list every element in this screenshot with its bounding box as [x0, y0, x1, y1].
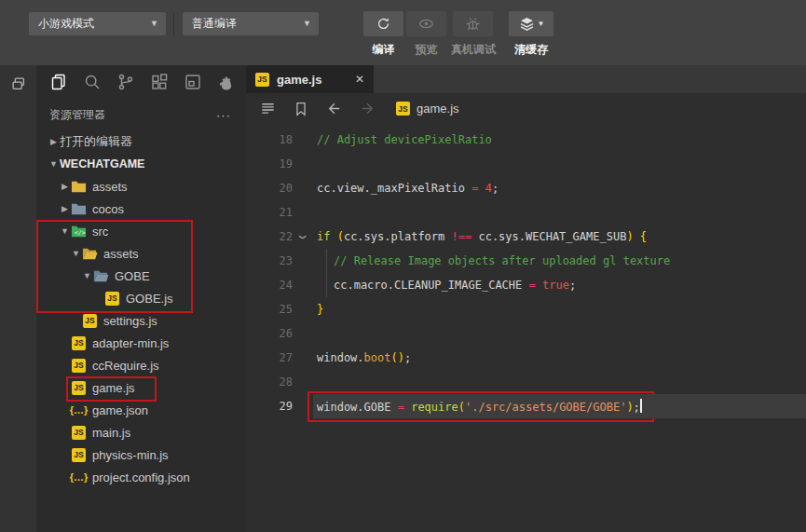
token-n: true [542, 279, 569, 292]
tree-item-assets[interactable]: ▼assets [36, 242, 246, 265]
compile-button[interactable] [363, 11, 403, 36]
eye-icon [417, 15, 435, 33]
tab-label: game.js [277, 73, 321, 87]
file-tree: ▶打开的编辑器▼WECHATGAME▶assets▶cocos▼</>src▼a… [36, 130, 246, 532]
tree-item-game.js[interactable]: JSgame.js [36, 376, 246, 399]
chevron-down-icon: ▼ [48, 159, 60, 169]
tree-item-src[interactable]: ▼</>src [36, 220, 246, 242]
code-area[interactable]: 18// Adjust devicePixelRatio1920cc.view.… [246, 124, 806, 532]
folder-blue-open-icon [93, 268, 109, 283]
teapot-icon[interactable] [216, 73, 236, 92]
tree-item-GOBE.js[interactable]: JSGOBE.js [36, 287, 246, 309]
tree-item-label: assets [103, 247, 139, 261]
extensions-icon[interactable] [149, 73, 169, 92]
tree-item-label: game.js [92, 381, 135, 395]
token-p: cc.sys.WECHAT_GAME_SUB [471, 230, 626, 243]
preview-button[interactable] [406, 11, 446, 36]
line-number: 18 [246, 133, 293, 146]
text-cursor [640, 399, 642, 413]
tree-item-game.json[interactable]: {…}game.json [36, 399, 246, 421]
js-icon: JS [71, 335, 87, 350]
tree-item-label: project.config.json [92, 471, 190, 484]
line-number: 27 [246, 351, 293, 364]
main-area: 资源管理器 ··· ▶打开的编辑器▼WECHATGAME▶assets▶coco… [0, 65, 806, 532]
token-p: ; [634, 401, 640, 414]
compile-mode-dropdown[interactable]: 普通编译 ▼ [183, 12, 319, 35]
tree-item-project.config.json[interactable]: {…}project.config.json [36, 466, 246, 488]
tree-item-settings.js[interactable]: JSsettings.js [36, 309, 246, 332]
search-icon[interactable] [82, 73, 102, 92]
token-b: ( [337, 230, 344, 243]
fold-chevron-icon[interactable]: ❯ [298, 226, 308, 247]
chevron-right-icon: ▶ [59, 204, 71, 213]
bookmark-icon[interactable] [293, 101, 309, 117]
git-branch-icon[interactable] [116, 73, 135, 92]
line-number: 28 [246, 375, 293, 389]
token-p: ; [404, 351, 411, 364]
folder-yellow-open-icon [82, 246, 98, 261]
tree-item-assets[interactable]: ▶assets [36, 175, 246, 198]
square-s-icon[interactable] [183, 73, 202, 92]
token-k: if [317, 230, 330, 243]
token-o: = [398, 401, 404, 414]
tree-item-label: settings.js [103, 314, 157, 328]
line-number: 21 [246, 206, 293, 219]
mode-dropdown-value: 小游戏模式 [38, 17, 94, 30]
tree-item-ccRequire.js[interactable]: JSccRequire.js [36, 354, 246, 376]
code-line-22: 22❯if (cc.sys.platform !== cc.sys.WECHAT… [246, 225, 806, 249]
js-file-icon: JS [255, 73, 269, 87]
token-o: = [529, 279, 536, 292]
token-c: // Adjust devicePixelRatio [317, 133, 492, 146]
js-icon: JS [71, 425, 87, 440]
tree-item-physics-min.js[interactable]: JSphysics-min.js [36, 443, 246, 466]
token-p: ; [569, 279, 576, 292]
code-line-28: 28 [246, 370, 806, 394]
tab-gamejs[interactable]: JS game.js ✕ [246, 65, 374, 93]
tree-item--[interactable]: ▶打开的编辑器 [36, 130, 246, 153]
js-icon: JS [104, 291, 120, 306]
forward-arrow-icon[interactable] [359, 100, 376, 117]
back-arrow-icon[interactable] [325, 100, 343, 117]
explorer-header: 资源管理器 ··· [36, 99, 246, 130]
token-r: require [411, 401, 458, 414]
explorer-sidebar: 资源管理器 ··· ▶打开的编辑器▼WECHATGAME▶assets▶coco… [36, 65, 246, 532]
close-icon[interactable]: ✕ [355, 73, 364, 86]
code-text: } [313, 303, 323, 316]
tree-item-cocos[interactable]: ▶cocos [36, 198, 246, 220]
js-file-icon: JS [396, 102, 410, 116]
chevron-down-icon: ▼ [70, 249, 82, 258]
token-p [634, 230, 640, 243]
folder-green-code-icon: </> [71, 224, 87, 239]
token-p [536, 279, 542, 292]
clear-cache-button[interactable]: ▼ [509, 11, 553, 36]
files-icon[interactable] [48, 73, 68, 92]
js-icon: JS [71, 447, 87, 462]
tree-item-adapter-min.js[interactable]: JSadapter-min.js [36, 332, 246, 354]
line-number: 29 [246, 400, 293, 413]
chevron-down-icon: ▼ [303, 12, 311, 35]
list-icon[interactable] [259, 100, 277, 117]
token-b: () [390, 351, 403, 364]
code-line-25: 25} [246, 297, 806, 321]
explorer-title: 资源管理器 [49, 107, 105, 123]
device-debug-button[interactable] [453, 11, 493, 36]
tree-item-WECHATGAME[interactable]: ▼WECHATGAME [36, 153, 246, 175]
tree-item-label: game.json [92, 403, 148, 417]
mode-dropdown[interactable]: 小游戏模式 ▼ [29, 12, 166, 35]
chevron-down-icon: ▼ [81, 271, 93, 280]
chevron-right-icon: ▶ [59, 182, 71, 191]
window-restore-icon[interactable] [10, 75, 27, 532]
tree-item-main.js[interactable]: JSmain.js [36, 421, 246, 443]
tab-bar: JS game.js ✕ [246, 65, 806, 93]
token-p: window. [317, 351, 364, 364]
tree-item-label: src [92, 225, 108, 239]
chevron-down-icon: ▼ [59, 226, 71, 236]
token-o: !== [452, 230, 472, 243]
more-actions-button[interactable]: ··· [216, 108, 231, 122]
tree-item-GOBE[interactable]: ▼GOBE [36, 265, 246, 287]
activity-bar [0, 65, 36, 532]
line-number: 20 [246, 182, 293, 195]
token-p: cc.macro.CLEANUP_IMAGE_CACHE [334, 279, 529, 292]
line-number: 26 [246, 327, 293, 340]
top-toolbar: 小游戏模式 ▼ 普通编译 ▼ ▼ 编译 预览 真机调试 清缓存 [0, 0, 806, 65]
